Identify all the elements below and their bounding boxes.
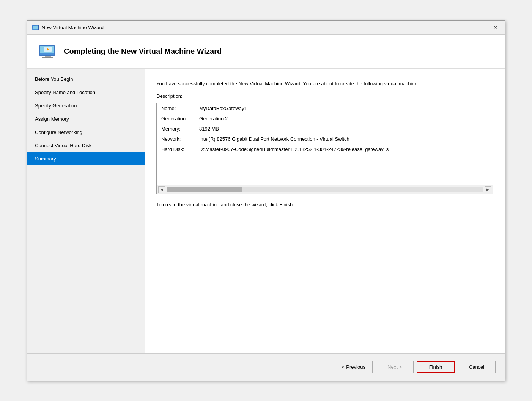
row-key: Name: [157, 103, 195, 113]
wizard-title: Completing the New Virtual Machine Wizar… [64, 47, 222, 56]
scroll-track[interactable] [167, 187, 483, 192]
scroll-right-arrow[interactable]: ▶ [485, 186, 491, 193]
sidebar-item-before-you-begin[interactable]: Before You Begin [27, 72, 145, 86]
table-row: Hard Disk: D:\Master-0907-CodeSignedBuil… [157, 144, 493, 154]
svg-rect-6 [45, 56, 51, 57]
sidebar-item-specify-generation[interactable]: Specify Generation [27, 99, 145, 112]
summary-scroll-area[interactable]: Name: MyDataBoxGateway1 Generation: Gene… [157, 103, 493, 185]
row-key: Network: [157, 134, 195, 144]
window-icon [32, 25, 39, 30]
sidebar-item-assign-memory[interactable]: Assign Memory [27, 112, 145, 126]
intro-text: You have successfully completed the New … [156, 80, 493, 88]
row-value: MyDataBoxGateway1 [195, 103, 493, 113]
row-key: Generation: [157, 113, 195, 124]
wizard-header: Completing the New Virtual Machine Wizar… [27, 35, 505, 69]
finish-button[interactable]: Finish [417, 361, 455, 373]
sidebar-item-specify-name[interactable]: Specify Name and Location [27, 86, 145, 99]
table-row: Generation: Generation 2 [157, 113, 493, 124]
summary-inner: Name: MyDataBoxGateway1 Generation: Gene… [157, 103, 493, 185]
summary-box: Name: MyDataBoxGateway1 Generation: Gene… [156, 103, 493, 194]
wizard-icon [39, 44, 57, 59]
description-label: Description: [156, 93, 493, 99]
finish-text: To create the virtual machine and close … [156, 201, 493, 209]
svg-rect-5 [40, 53, 54, 55]
scroll-left-arrow[interactable]: ◀ [158, 186, 165, 193]
sidebar: Before You Begin Specify Name and Locati… [27, 69, 145, 353]
title-bar: New Virtual Machine Wizard ✕ [27, 21, 505, 35]
window-title: New Virtual Machine Wizard [42, 25, 104, 30]
row-key: Hard Disk: [157, 144, 195, 154]
previous-button[interactable]: < Previous [335, 361, 373, 373]
footer: < Previous Next > Finish Cancel [27, 353, 505, 381]
title-bar-left: New Virtual Machine Wizard [32, 25, 104, 30]
content-area: Before You Begin Specify Name and Locati… [27, 69, 505, 353]
table-row: Memory: 8192 MB [157, 124, 493, 134]
sidebar-item-configure-networking[interactable]: Configure Networking [27, 126, 145, 139]
row-key: Memory: [157, 124, 195, 134]
svg-rect-2 [33, 29, 38, 30]
wizard-window: New Virtual Machine Wizard ✕ Completing … [27, 20, 505, 381]
row-value: Intel(R) 82576 Gigabit Dual Port Network… [195, 134, 493, 144]
title-bar-controls: ✕ [491, 23, 500, 32]
row-value: 8192 MB [195, 124, 493, 134]
cancel-button[interactable]: Cancel [458, 361, 496, 373]
scroll-thumb[interactable] [167, 187, 242, 192]
next-button[interactable]: Next > [376, 361, 414, 373]
summary-table: Name: MyDataBoxGateway1 Generation: Gene… [157, 103, 493, 185]
row-value: Generation 2 [195, 113, 493, 124]
row-value: D:\Master-0907-CodeSignedBuild\master.1.… [195, 144, 493, 154]
table-row: Network: Intel(R) 82576 Gigabit Dual Por… [157, 134, 493, 144]
sidebar-item-summary[interactable]: Summary [27, 152, 145, 165]
table-row-empty [157, 154, 493, 185]
main-content: You have successfully completed the New … [145, 69, 505, 353]
svg-rect-7 [42, 57, 53, 58]
close-button[interactable]: ✕ [491, 23, 500, 32]
svg-rect-1 [33, 26, 38, 29]
horizontal-scrollbar[interactable]: ◀ ▶ [157, 185, 493, 194]
table-row: Name: MyDataBoxGateway1 [157, 103, 493, 113]
sidebar-item-connect-vhd[interactable]: Connect Virtual Hard Disk [27, 139, 145, 152]
